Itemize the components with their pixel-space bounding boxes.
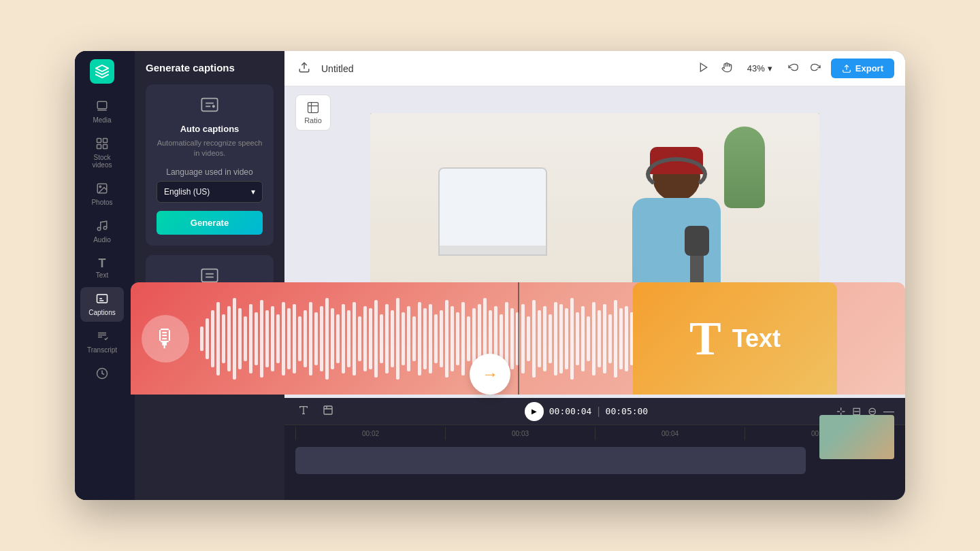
waveform-bar (445, 300, 448, 378)
timeline-play-button[interactable]: ▶ (525, 402, 544, 421)
timeline-tracks (284, 441, 905, 500)
waveform-bar (440, 310, 443, 367)
waveform-bar (581, 306, 585, 371)
export-button[interactable]: Export (831, 59, 894, 78)
svg-point-6 (99, 186, 101, 187)
text-overlay: T Text (633, 282, 837, 395)
sidebar-item-photos[interactable]: Photos (80, 177, 124, 212)
text-add-button[interactable] (295, 402, 312, 420)
waveform-bar (227, 306, 231, 371)
waveform-bar (342, 304, 345, 373)
waveform-bar (255, 312, 258, 365)
waveform-bar (363, 306, 367, 371)
timeline-area: ▶ 00:00:04 | 00:05:00 ⊹ ⊟ ⊖ — 00:02 00:0… (284, 398, 905, 500)
waveform-bar (260, 300, 263, 378)
waveform-bar (619, 308, 623, 369)
waveform-bar (304, 310, 307, 367)
language-label: Language used in video (157, 167, 263, 177)
waveform-bar (467, 316, 470, 361)
stock-icon (96, 137, 108, 152)
svg-rect-13 (201, 269, 217, 282)
app-logo[interactable] (90, 59, 114, 84)
timeline-toolbar: ▶ 00:00:04 | 00:05:00 ⊹ ⊟ ⊖ — (284, 398, 905, 425)
timeline-time-info: ▶ 00:00:04 | 00:05:00 (344, 402, 828, 421)
language-select[interactable]: English (US) ▾ (157, 181, 263, 203)
waveform-bar (559, 304, 563, 373)
waveform-bar (314, 312, 318, 365)
waveform-bar (451, 306, 454, 371)
topbar-actions: 43% ▾ (696, 59, 894, 78)
sidebar-label-photos: Photos (91, 199, 112, 206)
media-icon (96, 100, 108, 114)
waveform-bar (429, 304, 432, 373)
waveform-bar (380, 314, 383, 363)
waveform-bar (200, 327, 203, 351)
tick-0004: 00:04 (595, 427, 745, 440)
waveform-bar (576, 312, 579, 365)
timeline-ruler: 00:02 00:03 00:04 00:05 (284, 425, 905, 441)
waveform-bar (570, 298, 574, 380)
arrow-icon: → (482, 365, 498, 384)
sidebar-item-audio[interactable]: Audio (80, 214, 124, 249)
panel-divider (129, 51, 135, 500)
audio-icon (96, 220, 108, 234)
waveform-bar (206, 318, 209, 359)
sidebar-item-media[interactable]: Media (80, 95, 124, 129)
svg-point-12 (213, 105, 214, 107)
waveform-bar (238, 308, 242, 369)
time-separator: | (597, 405, 600, 418)
sidebar-label-transcript: Transcript (87, 346, 117, 354)
play-icon[interactable] (696, 59, 712, 78)
hand-icon[interactable] (719, 59, 735, 78)
chevron-down-icon: ▾ (251, 187, 255, 197)
waveform-bar (461, 302, 465, 375)
svg-point-8 (103, 227, 107, 230)
waveform-bar (396, 298, 399, 380)
ruler-ticks: 00:02 00:03 00:04 00:05 (295, 427, 894, 440)
arrow-connector: → (470, 354, 510, 395)
sidebar-item-history[interactable] (80, 362, 124, 387)
waveform-bar (434, 314, 438, 363)
waveform-bar (244, 316, 247, 361)
trim-button[interactable] (320, 402, 336, 420)
sidebar-label-captions: Captions (88, 309, 115, 316)
waveform-bar (331, 308, 334, 369)
ratio-button[interactable]: Ratio (295, 95, 331, 131)
waveform-bar (276, 314, 280, 363)
upload-icon[interactable] (295, 59, 313, 79)
waveform-bar (309, 302, 312, 375)
undo-button[interactable] (785, 59, 801, 78)
waveform-bar (521, 304, 525, 373)
canvas-toolbar: Ratio (295, 95, 331, 131)
waveform-bar (614, 300, 617, 378)
video-track[interactable] (295, 447, 806, 474)
waveform-bar (249, 304, 252, 373)
zoom-control[interactable]: 43% ▾ (742, 61, 778, 76)
sidebar-item-captions[interactable]: Captions (80, 287, 124, 322)
generate-button[interactable]: Generate (157, 211, 263, 235)
svg-rect-11 (201, 99, 217, 112)
captions-panel: Generate captions Auto captions Automati… (135, 51, 284, 500)
sidebar-item-stock[interactable]: Stock videos (80, 132, 124, 174)
svg-rect-1 (97, 139, 101, 143)
auto-captions-card[interactable]: Auto captions Automatically recognize sp… (146, 84, 274, 246)
svg-marker-15 (700, 63, 706, 71)
sidebar-item-transcript[interactable]: Transcript (80, 324, 124, 359)
waveform-bar (271, 306, 274, 371)
waveform-bar (625, 306, 628, 371)
tick-0003: 00:03 (445, 427, 595, 440)
topbar: Untitled 43% ▾ (284, 51, 905, 86)
waveform-bar (385, 304, 389, 373)
text-overlay-label: Text (732, 324, 781, 353)
waveform-bar (565, 308, 568, 369)
sidebar-label-media: Media (93, 116, 111, 124)
playhead-line (518, 282, 519, 395)
main-content: Untitled 43% ▾ (284, 51, 905, 500)
redo-button[interactable] (808, 59, 824, 78)
headphones (646, 157, 707, 191)
svg-rect-0 (97, 101, 107, 109)
export-label: Export (855, 63, 883, 73)
waveform-bar (282, 302, 285, 375)
sidebar-item-text[interactable]: T Text (80, 252, 124, 284)
transcript-icon (96, 330, 108, 344)
